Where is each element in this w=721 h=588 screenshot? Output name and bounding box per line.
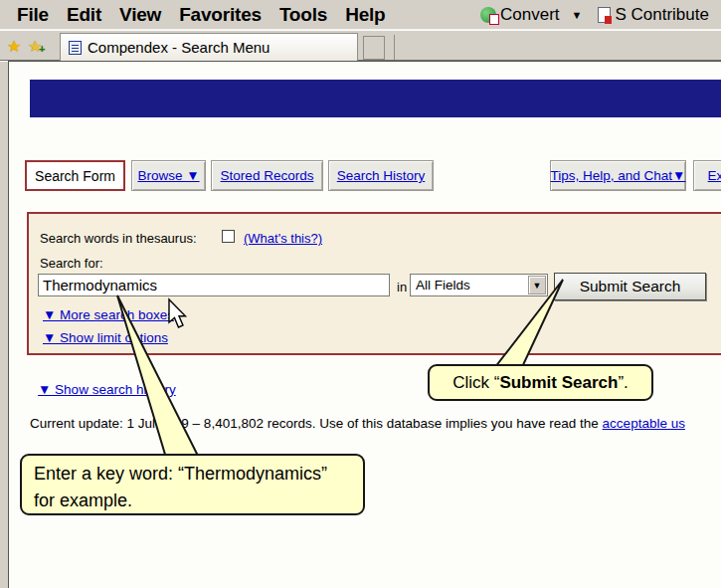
submit-search-button[interactable]: Submit Search	[554, 273, 706, 300]
add-favorite-icon[interactable]: ★	[28, 37, 42, 56]
convert-pdf-icon	[480, 7, 496, 23]
field-select-arrow-icon[interactable]: ▼	[528, 276, 546, 294]
thesaurus-label: Search words in thesaurus:	[40, 231, 197, 246]
new-tab-button[interactable]	[363, 36, 385, 60]
window-frame-border-top	[8, 61, 721, 62]
callout-keyword-text: Enter a key word: “Thermodynamics” for e…	[34, 464, 327, 510]
callout-click-submit: Click “Submit Search”.	[428, 364, 653, 401]
current-update-text: Current update: 1 Jul 2009 – 8,401,802 r…	[30, 416, 721, 431]
tab-stored-records[interactable]: Stored Records	[211, 160, 323, 191]
tab-separator	[394, 35, 395, 60]
show-search-history-link[interactable]: ▼ Show search history	[38, 382, 176, 397]
callout-enter-keyword: Enter a key word: “Thermodynamics” for e…	[20, 454, 365, 515]
search-input[interactable]	[38, 274, 390, 296]
page-favicon	[69, 41, 82, 55]
browser-tab-compendex[interactable]: Compendex - Search Menu	[60, 33, 358, 61]
acceptable-use-link[interactable]: acceptable us	[603, 416, 685, 431]
callout-submit-suffix: ”.	[618, 373, 628, 393]
browser-window: File Edit View Favorites Tools Help Conv…	[0, 0, 721, 588]
tab-search-form[interactable]: Search Form	[25, 160, 125, 191]
menu-view[interactable]: View	[110, 4, 170, 26]
window-frame	[0, 62, 8, 588]
contribute-icon	[598, 7, 611, 23]
whats-this-link[interactable]: (What's this?)	[244, 231, 322, 246]
tab-bar: ★ ★ Compendex - Search Menu	[0, 31, 721, 61]
menu-favorites[interactable]: Favorites	[170, 4, 270, 26]
contribute-button[interactable]: S Contribute	[615, 5, 709, 25]
menu-help[interactable]: Help	[336, 4, 394, 26]
field-select[interactable]: All Fields ▼	[410, 274, 548, 296]
in-label: in	[397, 280, 407, 294]
menu-tools[interactable]: Tools	[270, 4, 336, 26]
convert-button[interactable]: Convert	[500, 5, 560, 25]
convert-dropdown-icon[interactable]: ▼	[572, 9, 583, 21]
show-limit-options-link[interactable]: ▼ Show limit options	[43, 330, 168, 345]
tab-browse[interactable]: Browse ▼	[131, 160, 206, 191]
search-for-label: Search for:	[40, 256, 103, 271]
favorites-star-icon[interactable]: ★	[7, 37, 21, 56]
menu-edit[interactable]: Edit	[58, 4, 110, 26]
menu-file[interactable]: File	[8, 4, 58, 26]
tab-title: Compendex - Search Menu	[88, 39, 270, 56]
tab-tips-help-chat[interactable]: Tips, Help, and Chat▼	[550, 160, 686, 191]
tab-exit[interactable]: Ex	[693, 160, 721, 191]
update-text: Current update: 1 Jul 2009 – 8,401,802 r…	[30, 416, 603, 431]
more-search-boxes-link[interactable]: ▼ More search boxes	[43, 307, 174, 322]
header-banner	[30, 80, 721, 117]
window-frame-border	[8, 61, 9, 588]
search-form-panel: Search words in thesaurus: (What's this?…	[27, 212, 721, 355]
callout-submit-prefix: Click “	[452, 373, 499, 393]
menu-bar: File Edit View Favorites Tools Help Conv…	[0, 0, 721, 30]
callout-submit-bold: Submit Search	[499, 373, 618, 393]
thesaurus-checkbox[interactable]	[222, 230, 235, 243]
tab-search-history[interactable]: Search History	[328, 160, 434, 191]
field-select-value: All Fields	[416, 278, 470, 293]
